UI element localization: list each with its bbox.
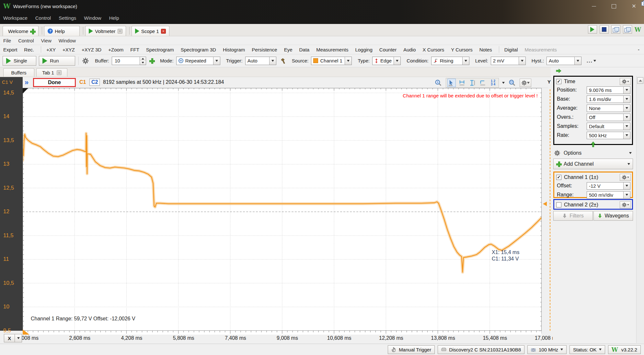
toolbar-item-logging[interactable]: Logging — [355, 47, 372, 52]
time-base-dropdown[interactable]: 1.6 ms/div — [587, 95, 630, 103]
tab-tab1[interactable]: Tab 1 × — [36, 68, 67, 77]
trigger-dropdown[interactable]: Auto — [245, 57, 276, 65]
x-axis-menu-button[interactable]: X — [4, 334, 15, 342]
toolbar-item-rec[interactable]: Rec. — [24, 47, 34, 52]
toolbar-item-spectrogram-3d[interactable]: Spectrogram 3D — [181, 47, 216, 52]
type-dropdown-arrow[interactable] — [394, 57, 400, 65]
tab-voltmeter[interactable]: Voltmeter× — [85, 26, 126, 36]
close-button[interactable] — [624, 0, 644, 12]
scroll-up-icon[interactable] — [637, 77, 643, 84]
add-channel-button[interactable]: Add Channel — [553, 159, 633, 169]
toolbar-item-zoom[interactable]: +Zoom — [108, 47, 123, 52]
toolbar-item-persistence[interactable]: Persistence — [252, 47, 277, 52]
type-dropdown[interactable]: Edge — [372, 57, 401, 65]
frequency-button[interactable]: 100 MHz — [527, 345, 567, 354]
more-options-arrow-icon[interactable] — [593, 60, 596, 62]
menu-item-window[interactable]: Window — [84, 15, 101, 21]
zoom-options-icon[interactable] — [508, 79, 516, 87]
filters-button[interactable]: Filters — [553, 211, 593, 221]
time-position-dropdown[interactable]: 9.0076 ms — [587, 86, 630, 94]
channel1-tab[interactable]: C1 — [79, 79, 86, 85]
toolbar-item-xyz[interactable]: +XYZ — [63, 47, 75, 52]
close-tab-icon[interactable]: × — [161, 29, 166, 34]
time-expand-arrow-icon[interactable] — [554, 141, 632, 148]
channel1-settings-gear-icon[interactable] — [620, 174, 631, 181]
channel1-offset-dropdown[interactable]: -12 V — [587, 182, 630, 190]
tab-welcome[interactable]: Welcome — [3, 26, 39, 36]
toolbar-item-data[interactable]: Data — [299, 47, 310, 52]
time-overs-arrow-icon[interactable] — [623, 114, 630, 121]
add-buffer-icon[interactable] — [149, 58, 154, 63]
run-button[interactable]: Run — [39, 56, 75, 66]
toolbar-item-measurements[interactable]: Measurements — [316, 47, 348, 52]
hysteresis-dropdown[interactable]: Auto — [546, 57, 581, 65]
run-all-button[interactable] — [588, 25, 597, 34]
scope-menu-item-file[interactable]: File — [3, 38, 11, 43]
time-settings-gear-icon[interactable] — [620, 78, 631, 85]
stop-all-button[interactable] — [600, 25, 609, 34]
zoom-1x-icon[interactable]: 1 — [434, 79, 443, 87]
channel2-tab[interactable]: C2 — [89, 79, 100, 86]
trigger-dropdown-arrow[interactable] — [269, 57, 276, 65]
menu-item-settings[interactable]: Settings — [59, 15, 76, 21]
spin-up-icon[interactable] — [140, 57, 146, 61]
options-row[interactable]: Options — [554, 149, 632, 157]
tab-buffers[interactable]: Buffers — [3, 68, 34, 77]
time-base-arrow-icon[interactable] — [623, 96, 630, 103]
version-button[interactable]: W v3.22.2 — [608, 345, 641, 354]
tab-scope-1[interactable]: Scope 1× — [132, 26, 169, 36]
time-average-arrow-icon[interactable] — [623, 105, 630, 112]
plus-icon[interactable] — [30, 29, 35, 34]
panel-collapse-arrow-icon[interactable] — [555, 68, 562, 75]
spin-down-icon[interactable] — [140, 61, 146, 65]
level-dropdown-arrow[interactable] — [519, 57, 525, 65]
status-button[interactable]: Status: OK — [569, 345, 605, 354]
time-checkbox[interactable]: ✓ — [556, 79, 561, 84]
time-rate-dropdown[interactable]: 500 kHz — [587, 132, 630, 139]
cursor-numbers-icon[interactable]: 1 23 4 — [489, 79, 497, 87]
toolbar-item-notes[interactable]: Notes — [479, 47, 492, 52]
source-dropdown[interactable]: Channel 1 — [311, 57, 352, 65]
toolbar-item-fft[interactable]: FFT — [130, 47, 139, 52]
condition-dropdown[interactable]: Rising — [431, 57, 469, 65]
buffer-spinbox[interactable]: 10 — [112, 57, 146, 65]
source-dropdown-arrow[interactable] — [345, 57, 351, 65]
cascade-windows-button[interactable] — [611, 25, 620, 34]
toolbar-item-histogram[interactable]: Histogram — [223, 47, 245, 52]
mode-dropdown-arrow[interactable] — [213, 57, 220, 65]
y-cursor-tool-icon[interactable] — [468, 79, 477, 87]
channel1-offset-marker-icon[interactable] — [543, 202, 547, 206]
channel1-range-arrow-icon[interactable] — [623, 192, 630, 198]
toolbar-item-digital[interactable]: Digital — [504, 47, 518, 52]
corner-cursor-tool-icon[interactable] — [478, 79, 487, 87]
device-button[interactable]: Discovery2 C SN:210321A190B8 — [438, 345, 524, 354]
toolbar-item-audio[interactable]: Audio — [403, 47, 416, 52]
channel1-offset-arrow-icon[interactable] — [623, 183, 630, 189]
plot-settings-gear-icon[interactable] — [520, 79, 531, 87]
time-position-arrow-icon[interactable] — [623, 87, 630, 94]
channel1-range-dropdown[interactable]: 500 mV/div — [587, 191, 630, 199]
menu-item-help[interactable]: Help — [109, 15, 119, 21]
panel-scrollbar[interactable] — [636, 76, 644, 343]
manual-trigger-button[interactable]: Manual Trigger — [388, 345, 435, 354]
cursor-tools-arrow-icon[interactable] — [502, 82, 505, 84]
buffer-gear-icon[interactable] — [82, 57, 89, 64]
menu-item-workspace[interactable]: Workspace — [3, 15, 28, 21]
channel2-checkbox[interactable] — [556, 202, 561, 207]
toolbar-item-xyz-3d[interactable]: +XYZ 3D — [82, 47, 101, 52]
x-axis-menu-arrow[interactable] — [15, 334, 22, 342]
tab-help[interactable]: ?Help — [44, 26, 80, 36]
close-tab-icon[interactable]: × — [118, 29, 122, 34]
hysteresis-dropdown-arrow[interactable] — [574, 57, 581, 65]
y-axis-menu[interactable]: Y — [547, 79, 551, 84]
toolbar-item-x-cursors[interactable]: X Cursors — [423, 47, 444, 52]
channel1-checkbox[interactable]: ✓ — [556, 175, 561, 180]
collapse-toolbar-button[interactable]: - — [638, 47, 639, 52]
time-rate-arrow-icon[interactable] — [623, 132, 630, 139]
expand-chevrons-icon[interactable]: » — [25, 78, 28, 87]
title-bar[interactable]: W WaveForms (new workspace) — [0, 0, 644, 12]
time-average-dropdown[interactable]: None — [587, 105, 630, 112]
condition-dropdown-arrow[interactable] — [462, 57, 469, 65]
menu-item-control[interactable]: Control — [35, 15, 51, 21]
toolbar-item-export[interactable]: Export — [3, 47, 17, 52]
